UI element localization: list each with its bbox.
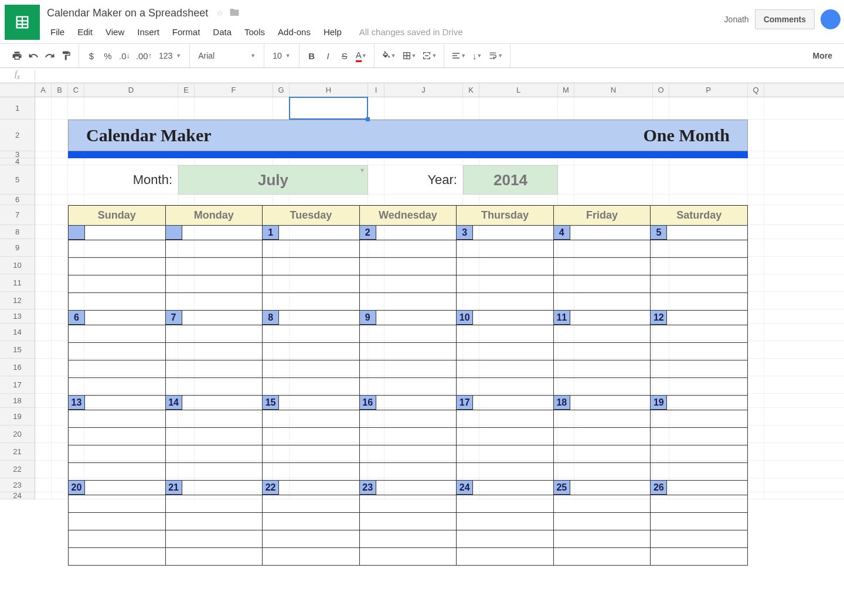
calendar-body-cell[interactable]	[457, 240, 554, 258]
calendar-body-cell[interactable]	[457, 428, 554, 445]
calendar-cell[interactable]: 24	[457, 481, 554, 495]
row-header[interactable]: 24	[0, 492, 35, 499]
calendar-body-cell[interactable]	[553, 240, 651, 258]
calendar-body-cell[interactable]	[263, 240, 360, 258]
calendar-cell[interactable]: 14	[165, 396, 263, 410]
column-header[interactable]: G	[273, 83, 290, 97]
column-header[interactable]: L	[479, 83, 558, 97]
calendar-body-cell[interactable]	[263, 513, 360, 530]
calendar-body-cell[interactable]	[165, 240, 263, 258]
calendar-body-cell[interactable]	[263, 325, 360, 343]
fill-color-icon[interactable]: ▼	[379, 48, 399, 63]
calendar-cell[interactable]: 4	[553, 226, 651, 240]
calendar-cell[interactable]: 26	[651, 481, 748, 495]
date-chip[interactable]: 6	[69, 311, 85, 325]
font-family-dropdown[interactable]: Arial▼	[195, 48, 259, 63]
calendar-body-cell[interactable]	[69, 410, 166, 428]
calendar-body-cell[interactable]	[165, 360, 263, 378]
calendar-body-cell[interactable]	[651, 293, 748, 311]
month-dropdown[interactable]: July▼	[178, 165, 368, 195]
date-chip[interactable]: 26	[651, 481, 667, 495]
date-chip[interactable]: 21	[166, 481, 182, 495]
comments-button[interactable]: Comments	[755, 9, 815, 29]
calendar-cell[interactable]	[69, 226, 166, 240]
calendar-cell[interactable]: 5	[651, 226, 748, 240]
calendar-body-cell[interactable]	[359, 343, 457, 360]
calendar-body-cell[interactable]	[457, 513, 554, 530]
calendar-body-cell[interactable]	[359, 428, 457, 445]
calendar-body-cell[interactable]	[165, 530, 263, 548]
calendar-body-cell[interactable]	[553, 513, 651, 530]
calendar-body-cell[interactable]	[69, 293, 166, 311]
calendar-body-cell[interactable]	[359, 275, 457, 293]
calendar-body-cell[interactable]	[263, 410, 360, 428]
row-header[interactable]: 23	[0, 478, 35, 492]
calendar-body-cell[interactable]	[69, 428, 166, 445]
calendar-cell[interactable]: 9	[359, 311, 457, 325]
calendar-cell[interactable]: 23	[359, 481, 457, 495]
date-chip[interactable]	[166, 226, 182, 240]
decrease-decimal-icon[interactable]: .0↓	[117, 48, 132, 63]
calendar-body-cell[interactable]	[457, 293, 554, 311]
date-chip[interactable]: 1	[263, 226, 279, 240]
menu-view[interactable]: View	[100, 25, 130, 39]
calendar-body-cell[interactable]	[553, 343, 651, 360]
row-header[interactable]: 20	[0, 426, 35, 443]
calendar-body-cell[interactable]	[69, 513, 166, 530]
date-chip[interactable]: 18	[554, 396, 570, 410]
calendar-body-cell[interactable]	[263, 530, 360, 548]
redo-icon[interactable]	[42, 48, 57, 63]
calendar-cell[interactable]: 1	[263, 226, 360, 240]
calendar-body-cell[interactable]	[165, 275, 263, 293]
calendar-body-cell[interactable]	[457, 530, 554, 548]
calendar-body-cell[interactable]	[651, 360, 748, 378]
calendar-body-cell[interactable]	[651, 495, 748, 513]
date-chip[interactable]: 23	[360, 481, 376, 495]
column-header[interactable]: P	[669, 83, 748, 97]
calendar-body-cell[interactable]	[165, 410, 263, 428]
calendar-body-cell[interactable]	[69, 378, 166, 396]
date-chip[interactable]	[69, 226, 85, 240]
document-title[interactable]: Calendar Maker on a Spreadsheet	[45, 6, 210, 21]
calendar-body-cell[interactable]	[553, 325, 651, 343]
calendar-body-cell[interactable]	[69, 548, 166, 566]
date-chip[interactable]: 7	[166, 311, 182, 325]
calendar-body-cell[interactable]	[263, 378, 360, 396]
column-header[interactable]: C	[68, 83, 84, 97]
calendar-body-cell[interactable]	[651, 428, 748, 445]
calendar-cell[interactable]: 20	[69, 481, 166, 495]
date-chip[interactable]: 17	[457, 396, 473, 410]
calendar-body-cell[interactable]	[165, 445, 263, 463]
calendar-body-cell[interactable]	[651, 378, 748, 396]
calendar-body-cell[interactable]	[651, 530, 748, 548]
date-chip[interactable]: 16	[360, 396, 376, 410]
date-chip[interactable]: 4	[554, 226, 570, 240]
calendar-body-cell[interactable]	[359, 360, 457, 378]
row-header[interactable]: 4	[0, 158, 35, 165]
calendar-body-cell[interactable]	[359, 240, 457, 258]
date-chip[interactable]: 3	[457, 226, 473, 240]
date-chip[interactable]: 10	[457, 311, 473, 325]
column-header[interactable]: A	[35, 83, 52, 97]
date-chip[interactable]: 14	[166, 396, 182, 410]
row-header[interactable]: 19	[0, 408, 35, 426]
calendar-body-cell[interactable]	[165, 325, 263, 343]
date-chip[interactable]: 13	[69, 396, 85, 410]
calendar-body-cell[interactable]	[553, 548, 651, 566]
calendar-body-cell[interactable]	[651, 325, 748, 343]
column-header[interactable]: H	[290, 83, 368, 97]
calendar-body-cell[interactable]	[457, 360, 554, 378]
calendar-body-cell[interactable]	[263, 293, 360, 311]
calendar-body-cell[interactable]	[69, 530, 166, 548]
row-header[interactable]: 1	[0, 97, 35, 120]
calendar-body-cell[interactable]	[165, 428, 263, 445]
calendar-cell[interactable]: 19	[651, 396, 748, 410]
row-header[interactable]: 18	[0, 394, 35, 408]
calendar-body-cell[interactable]	[553, 275, 651, 293]
calendar-body-cell[interactable]	[553, 360, 651, 378]
calendar-body-cell[interactable]	[457, 378, 554, 396]
text-color-icon[interactable]: A ▼	[353, 48, 369, 63]
calendar-body-cell[interactable]	[69, 240, 166, 258]
calendar-body-cell[interactable]	[263, 343, 360, 360]
share-button[interactable]	[821, 9, 840, 29]
